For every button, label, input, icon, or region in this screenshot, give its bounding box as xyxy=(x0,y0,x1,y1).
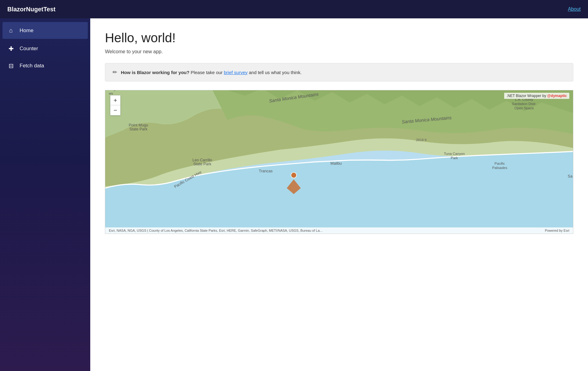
svg-text:ws: ws xyxy=(108,92,113,95)
about-link[interactable]: About xyxy=(568,6,581,12)
sidebar-item-fetch-data-label: Fetch data xyxy=(20,63,44,69)
map-container[interactable]: Santa Monica Mountains Santa Monica Moun… xyxy=(105,90,573,234)
survey-text-before: Please take our xyxy=(189,70,224,75)
svg-text:Leo Carrillo: Leo Carrillo xyxy=(192,158,212,162)
svg-text:State Park: State Park xyxy=(193,162,211,166)
survey-text: How is Blazor working for you? Please ta… xyxy=(121,70,302,75)
svg-text:Open Space: Open Space xyxy=(515,106,534,110)
zoom-controls: + − xyxy=(110,95,121,115)
watermark-text: .NET Blazor Wrapper by xyxy=(507,94,547,98)
map-svg: Santa Monica Mountains Santa Monica Moun… xyxy=(105,90,573,234)
page-title: Hello, world! xyxy=(105,31,573,45)
survey-banner: ✏ How is Blazor working for you? Please … xyxy=(105,63,573,81)
svg-text:Tuna Canyon: Tuna Canyon xyxy=(444,152,465,156)
svg-text:State Park: State Park xyxy=(129,127,147,131)
topbar: BlazorNugetTest About xyxy=(0,0,588,18)
svg-text:Trancas: Trancas xyxy=(259,169,273,173)
survey-text-after: and tell us what you think. xyxy=(247,70,302,75)
svg-text:Sa: Sa xyxy=(568,174,572,178)
map-attribution: Esri, NASA, NGA, USGS | County of Los An… xyxy=(105,227,573,234)
powered-by: Powered by Esri xyxy=(545,229,569,232)
sidebar-item-home[interactable]: ⌂ Home xyxy=(2,22,88,39)
svg-point-22 xyxy=(291,172,296,178)
plus-icon: ✚ xyxy=(7,45,15,52)
sidebar-item-counter-label: Counter xyxy=(20,46,38,52)
zoom-in-button[interactable]: + xyxy=(110,96,120,105)
svg-text:Pacific: Pacific xyxy=(495,162,505,165)
pencil-icon: ✏ xyxy=(113,69,117,76)
attribution-text: Esri, NASA, NGA, USGS | County of Los An… xyxy=(109,229,322,232)
sidebar-item-counter[interactable]: ✚ Counter xyxy=(0,40,90,57)
app-title: BlazorNugetTest xyxy=(7,6,55,13)
main-content: Hello, world! Welcome to your new app. ✏… xyxy=(90,18,588,371)
svg-text:Malibu: Malibu xyxy=(330,161,342,166)
home-icon: ⌂ xyxy=(7,27,15,34)
survey-bold-text: How is Blazor working for you? xyxy=(121,70,189,75)
svg-text:Park: Park xyxy=(451,156,458,160)
page-subtitle: Welcome to your new app. xyxy=(105,49,573,54)
sidebar: ⌂ Home ✚ Counter ⊟ Fetch data xyxy=(0,18,90,371)
survey-link[interactable]: brief survey xyxy=(224,70,248,75)
svg-text:Mugu: Mugu xyxy=(109,90,117,91)
svg-text:Point Mugu: Point Mugu xyxy=(129,123,148,127)
svg-text:Palisades: Palisades xyxy=(492,166,508,170)
dymaptic-brand: @dymaptic xyxy=(547,94,567,98)
map-watermark: .NET Blazor Wrapper by @dymaptic xyxy=(504,93,569,99)
svg-text:Sanitation Distr.: Sanitation Distr. xyxy=(512,102,536,106)
zoom-out-button[interactable]: − xyxy=(110,105,120,115)
svg-text:2818 ft: 2818 ft xyxy=(416,138,427,142)
table-icon: ⊟ xyxy=(7,62,15,69)
sidebar-item-home-label: Home xyxy=(20,28,33,34)
layout: ⌂ Home ✚ Counter ⊟ Fetch data Hello, wor… xyxy=(0,18,588,371)
sidebar-item-fetch-data[interactable]: ⊟ Fetch data xyxy=(0,57,90,74)
